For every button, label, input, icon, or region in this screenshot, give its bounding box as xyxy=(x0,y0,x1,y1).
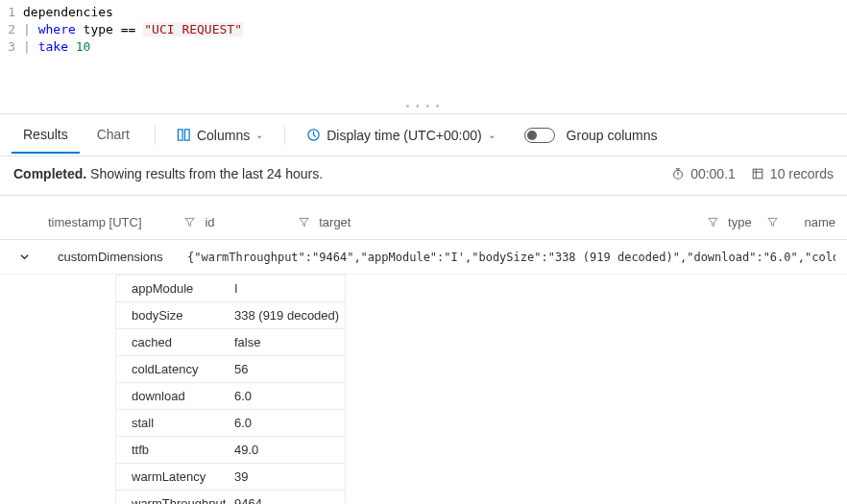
filter-icon[interactable] xyxy=(184,217,195,228)
detail-key: coldLatency xyxy=(116,362,227,376)
display-time-button[interactable]: Display time (UTC+00:00) ⌄ xyxy=(299,124,502,147)
columns-label: Columns xyxy=(197,128,250,143)
custom-dimensions-table: appModuleIbodySize338 (919 decoded)cache… xyxy=(115,275,346,504)
status-completed: Completed. xyxy=(13,166,86,181)
column-header-type[interactable]: type xyxy=(728,215,785,229)
status-bar: Completed. Showing results from the last… xyxy=(0,156,847,196)
detail-value: false xyxy=(227,335,345,349)
code-content[interactable]: dependencies xyxy=(23,4,113,21)
detail-row: ttfb49.0 xyxy=(116,437,345,464)
column-header-target[interactable]: target xyxy=(319,215,728,229)
collapse-toggle[interactable] xyxy=(19,252,38,262)
expanded-row: customDimensions {"warmThroughput":"9464… xyxy=(0,240,847,275)
elapsed-stat: 00:00.1 xyxy=(671,166,736,181)
detail-value: 9464 xyxy=(227,496,345,504)
detail-row: appModuleI xyxy=(116,276,345,302)
group-columns-toggle[interactable]: Group columns xyxy=(517,124,666,147)
detail-key: stall xyxy=(116,416,227,430)
column-header-id[interactable]: id xyxy=(205,215,319,229)
editor-line[interactable]: 1dependencies xyxy=(0,4,847,21)
query-editor[interactable]: 1dependencies2| where type == "UCI REQUE… xyxy=(0,0,847,114)
svg-rect-1 xyxy=(184,130,189,140)
line-number: 1 xyxy=(0,4,23,21)
records-value: 10 records xyxy=(770,166,834,181)
editor-line[interactable]: 3| take 10 xyxy=(0,38,847,56)
detail-key: warmThroughput xyxy=(116,496,227,504)
results-toolbar: Results Chart Columns ⌄ Display time (UT… xyxy=(0,114,847,156)
records-icon xyxy=(751,167,765,181)
divider xyxy=(155,126,156,145)
line-number: 2 xyxy=(0,21,23,38)
detail-value: 56 xyxy=(227,362,345,376)
code-content[interactable]: | where type == "UCI REQUEST" xyxy=(23,21,243,38)
detail-key: bodySize xyxy=(116,308,227,323)
display-time-label: Display time (UTC+00:00) xyxy=(327,128,481,143)
divider xyxy=(284,126,285,145)
expanded-field-name: customDimensions xyxy=(38,250,187,264)
column-header-name[interactable]: name xyxy=(785,215,835,229)
columns-icon xyxy=(177,128,191,142)
detail-key: appModule xyxy=(116,281,227,296)
svg-rect-4 xyxy=(753,169,762,179)
code-content[interactable]: | take 10 xyxy=(23,38,90,56)
detail-value: 6.0 xyxy=(227,416,345,430)
detail-row: bodySize338 (919 decoded) xyxy=(116,302,345,329)
filter-icon[interactable] xyxy=(767,217,778,228)
stopwatch-icon xyxy=(671,167,686,181)
detail-key: cached xyxy=(116,335,227,349)
detail-row: cachedfalse xyxy=(116,329,345,356)
group-columns-label: Group columns xyxy=(567,128,658,143)
clock-icon xyxy=(306,128,321,142)
detail-key: warmLatency xyxy=(116,469,227,484)
line-number: 3 xyxy=(0,38,23,56)
detail-value: 338 (919 decoded) xyxy=(227,308,345,323)
chevron-down-icon: ⌄ xyxy=(488,130,496,140)
detail-value: 39 xyxy=(227,469,345,484)
pane-resize-handle[interactable]: • • • • xyxy=(0,101,847,111)
status-showing: Showing results from the last 24 hours. xyxy=(86,166,323,181)
detail-key: ttfb xyxy=(116,443,227,457)
tab-results[interactable]: Results xyxy=(12,117,80,154)
svg-rect-0 xyxy=(178,130,182,140)
detail-row: warmLatency39 xyxy=(116,464,345,491)
expanded-field-value: {"warmThroughput":"9464","appModule":"I … xyxy=(187,251,835,264)
filter-icon[interactable] xyxy=(299,217,309,228)
filter-icon[interactable] xyxy=(708,217,718,228)
detail-value: 6.0 xyxy=(227,389,345,403)
columns-button[interactable]: Columns ⌄ xyxy=(169,124,271,147)
editor-line[interactable]: 2| where type == "UCI REQUEST" xyxy=(0,21,847,38)
detail-row: stall6.0 xyxy=(116,410,345,437)
detail-key: download xyxy=(116,389,227,403)
elapsed-value: 00:00.1 xyxy=(690,166,736,181)
detail-row: coldLatency56 xyxy=(116,356,345,383)
results-grid-header: timestamp [UTC] id target type name xyxy=(0,205,847,240)
detail-value: 49.0 xyxy=(227,443,345,457)
detail-row: warmThroughput9464 xyxy=(116,491,345,504)
toggle-switch-icon xyxy=(524,128,555,143)
records-stat: 10 records xyxy=(751,166,834,181)
detail-row: download6.0 xyxy=(116,383,345,410)
detail-value: I xyxy=(227,281,345,296)
chevron-down-icon: ⌄ xyxy=(255,130,263,140)
column-header-timestamp[interactable]: timestamp [UTC] xyxy=(48,215,205,229)
tab-chart[interactable]: Chart xyxy=(85,117,141,154)
